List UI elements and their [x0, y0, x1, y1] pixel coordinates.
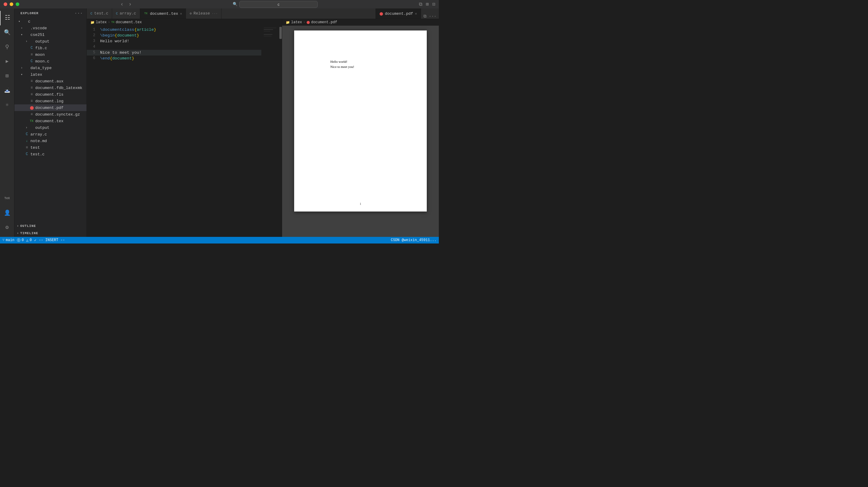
tree-document-fdb[interactable]: ≡ document.fdb_latexmk [14, 85, 87, 91]
breadcrumb-root: latex [96, 20, 107, 24]
outline-title: OUTLINE [20, 224, 36, 228]
line-content-6: \end{document} [100, 56, 261, 61]
activity-testing[interactable]: ⚛ [0, 98, 14, 112]
tree-document-tex[interactable]: TX document.tex [14, 118, 87, 124]
tree-moon-c[interactable]: C moon.c [14, 58, 87, 64]
filename-document-pdf: document.pdf [35, 106, 64, 110]
breadcrumb: 📁 latex › TX document.tex [87, 19, 282, 26]
file-output: output [35, 39, 50, 44]
editor-layout-icon[interactable]: ⊞ [426, 1, 429, 7]
c-file-icon: C [29, 46, 34, 50]
activity-search[interactable]: 🔍 [0, 25, 14, 40]
split-editor-icon[interactable]: ⧉ [419, 1, 422, 7]
split-icon[interactable]: ⧉ [424, 14, 427, 19]
status-branch[interactable]: ⑂ main [2, 238, 14, 242]
brace: { [115, 33, 117, 38]
status-csdn[interactable]: CSDN @weixin_45911... [391, 238, 436, 242]
md-file-icon: ↓ [24, 139, 30, 143]
tab-more-button[interactable]: ··· [212, 12, 218, 16]
tree-root-c[interactable]: ▾ c [14, 18, 87, 25]
scrollbar-thumb[interactable] [279, 27, 282, 39]
activity-tex[interactable]: TeX [0, 191, 14, 205]
sidebar-more-button[interactable]: ··· [74, 11, 83, 16]
filename-note-md: note.md [30, 139, 47, 143]
maximize-button[interactable] [16, 2, 19, 6]
pdf-content[interactable]: Hello world! Nice to meet you! 1 [282, 26, 439, 237]
tree-note-md[interactable]: ↓ note.md [14, 138, 87, 144]
line-number-6: 6 [87, 56, 100, 61]
explorer-icon: ☷ [5, 15, 10, 21]
pdf-tab-close-button[interactable]: ✕ [415, 11, 417, 16]
activity-settings[interactable]: ⚙ [0, 220, 14, 234]
line-number-1: 1 [87, 27, 100, 33]
minimize-button[interactable] [10, 2, 13, 6]
tree-test[interactable]: ≡ test [14, 144, 87, 151]
activity-remote[interactable]: 🗻 [0, 83, 14, 98]
more-actions-icon[interactable]: ⊡ [432, 1, 435, 7]
tree-cse251-output[interactable]: › output [14, 38, 87, 45]
navigation-buttons: ‹ › [120, 1, 132, 7]
tree-fib-c[interactable]: C fib.c [14, 45, 87, 51]
search-bar[interactable]: 🔍 [233, 1, 318, 8]
keyword: \end [100, 56, 110, 61]
tree-test-c[interactable]: C test.c [14, 151, 87, 157]
tree-latex[interactable]: ▾ latex [14, 71, 87, 78]
search-input[interactable] [239, 1, 318, 8]
tab-document-tex[interactable]: TX document.tex ✕ [140, 8, 186, 19]
tree-document-fls[interactable]: ≡ document.fls [14, 91, 87, 98]
editor-area: C test.c C array.c TX document.tex ✕ ⚙ R… [87, 8, 439, 237]
line-content-3: Hello world! [100, 38, 261, 44]
pdf-pane: 📁 latex › ⬤ document.pdf Hello world! Ni… [282, 19, 439, 237]
outline-panel-header[interactable]: › OUTLINE [14, 222, 87, 230]
tab-release[interactable]: ⚙ Release ··· [186, 8, 221, 19]
activity-source-control[interactable]: ⚲ [0, 40, 14, 54]
c-file-icon: C [29, 59, 34, 63]
editor-split: 📁 latex › TX document.tex 1 \documentcla… [87, 19, 439, 237]
tree-vscode[interactable]: › .vscode [14, 25, 87, 31]
pdf-page: Hello world! Nice to meet you! 1 [294, 30, 427, 211]
extensions-icon: ⊞ [5, 73, 9, 79]
status-errors[interactable]: ⓪ 0 [17, 238, 24, 243]
status-warnings[interactable]: △ 0 [26, 238, 32, 242]
filename-moon: moon [35, 53, 44, 57]
tree-latex-output[interactable]: › output [14, 124, 87, 131]
tree-array-c[interactable]: C array.c [14, 131, 87, 138]
tab-test-c[interactable]: C test.c [87, 8, 112, 19]
code-line-1: 1 \documentclass{article} [87, 27, 261, 33]
tree-document-aux[interactable]: ≡ document.aux [14, 78, 87, 85]
back-button[interactable]: ‹ [120, 1, 124, 7]
tree-moon[interactable]: ≡ moon [14, 51, 87, 58]
tab-document-pdf[interactable]: ⬤ document.pdf ✕ [376, 8, 421, 19]
line-content-1: \documentclass{article} [100, 27, 261, 33]
timeline-panel-header[interactable]: › TIMELINE [14, 230, 87, 237]
status-check[interactable]: ✓ [34, 238, 36, 242]
activity-explorer[interactable]: ☷ [0, 11, 14, 25]
tab-array-c[interactable]: C array.c [112, 8, 140, 19]
scrollbar[interactable] [279, 26, 282, 237]
c-tab-icon: C [116, 12, 118, 16]
forward-button[interactable]: › [128, 1, 132, 7]
code-editor[interactable]: 1 \documentclass{article} 2 \begin{docum… [87, 26, 261, 237]
activity-run[interactable]: ▶ [0, 54, 14, 69]
tree-document-pdf[interactable]: ⬤ document.pdf [14, 105, 87, 111]
titlebar-actions: ⧉ ⊞ ⊡ [419, 1, 435, 7]
argument: document [117, 33, 137, 38]
activity-extensions[interactable]: ⊞ [0, 69, 14, 83]
close-button[interactable] [4, 2, 7, 6]
tree-document-log[interactable]: ≡ document.log [14, 98, 87, 105]
more-pdf-icon[interactable]: ··· [429, 14, 436, 19]
tree-data-type[interactable]: › data_type [14, 64, 87, 71]
pdf-breadcrumb-root: latex [291, 20, 302, 24]
line-number-5: 5 [87, 50, 100, 56]
tree-cse251[interactable]: ▾ cse251 [14, 31, 87, 38]
tree-document-synctex[interactable]: ≡ document.synctex.gz [14, 111, 87, 118]
file-latex: latex [30, 73, 42, 77]
tab-close-button[interactable]: ✕ [180, 11, 182, 16]
argument: article [137, 27, 154, 32]
aux-file-icon: ≡ [29, 99, 34, 103]
status-insert-mode: -- INSERT -- [39, 238, 65, 242]
sidebar: Explorer ··· ▾ c › .vscode ▾ [14, 8, 87, 237]
check-icon: ✓ [34, 238, 36, 242]
line-number-4: 4 [87, 44, 100, 50]
activity-account[interactable]: 👤 [0, 205, 14, 220]
